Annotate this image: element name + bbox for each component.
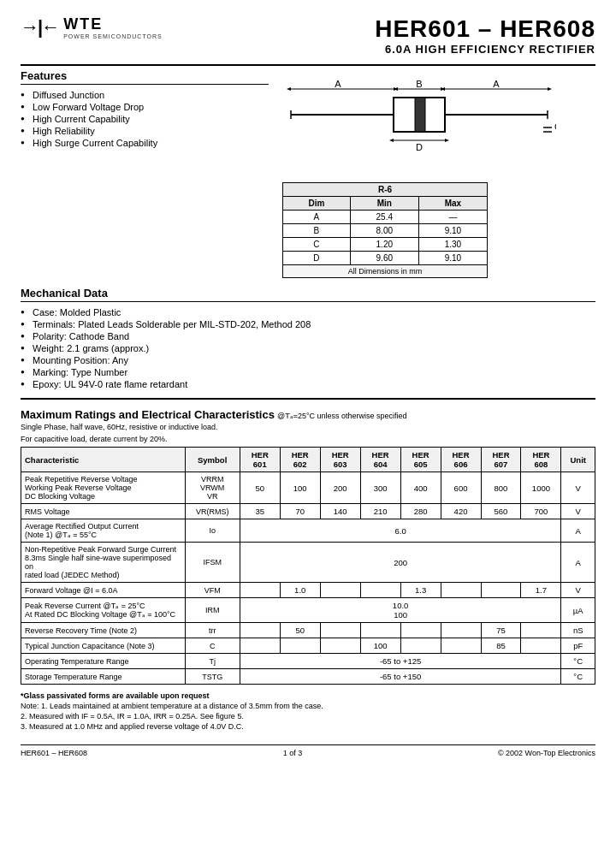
char-row: RMS VoltageVR(RMS)3570140210280420560700… — [21, 504, 595, 519]
value-cell — [320, 623, 360, 638]
features-column: Features Diffused JunctionLow Forward Vo… — [21, 69, 269, 278]
value-cell: 1.0 — [280, 583, 320, 598]
component-diagram: A B A C D — [282, 76, 556, 179]
symbol-cell: Io — [185, 519, 240, 543]
value-cell: 140 — [320, 504, 360, 519]
mech-item: Mounting Position: Any — [21, 355, 595, 365]
mechanical-section: Mechanical Data Case: Molded PlasticTerm… — [21, 287, 595, 389]
symbol-cell: IRM — [185, 598, 240, 623]
char-row: Operating Temperature RangeTj-65 to +125… — [21, 654, 595, 669]
char-row: Typical Junction Capacitance (Note 3)C10… — [21, 638, 595, 654]
header-divider — [21, 64, 595, 66]
char-col-header: HER605 — [400, 448, 441, 472]
value-cell: 700 — [521, 504, 561, 519]
dim-table-package: R-6 — [283, 183, 488, 197]
unit-cell: µA — [561, 598, 595, 623]
value-cell — [240, 583, 280, 598]
mech-item: Epoxy: UL 94V-0 rate flame retardant — [21, 379, 595, 389]
char-row: Peak Repetitive Reverse VoltageWorking P… — [21, 472, 595, 504]
value-cell — [521, 623, 561, 638]
unit-cell: V — [561, 504, 595, 519]
dim-col-max: Max — [418, 197, 487, 211]
value-cell: 70 — [280, 504, 320, 519]
mech-item: Terminals: Plated Leads Solderable per M… — [21, 319, 595, 329]
feature-item: Low Forward Voltage Drop — [21, 102, 269, 112]
svg-text:A: A — [335, 79, 341, 89]
value-cell: 400 — [400, 472, 441, 504]
char-col-header: Unit — [561, 448, 595, 472]
value-cell: 300 — [360, 472, 400, 504]
feature-item: High Reliability — [21, 126, 269, 136]
svg-rect-3 — [415, 98, 425, 132]
page-header: →|← WTE POWER SEMICONDUCTORS HER601 – HE… — [21, 15, 595, 56]
char-row: Non-Repetitive Peak Forward Surge Curren… — [21, 543, 595, 583]
dim-col-dim: Dim — [283, 197, 351, 211]
symbol-cell: trr — [185, 623, 240, 638]
features-mechanical-section: Features Diffused JunctionLow Forward Vo… — [21, 69, 595, 278]
value-cell: 280 — [400, 504, 441, 519]
value-cell-span: -65 to +125 — [240, 654, 561, 669]
char-cell: Reverse Recovery Time (Note 2) — [21, 623, 186, 638]
unit-cell: A — [561, 519, 595, 543]
char-row: Average Rectified Output Current(Note 1)… — [21, 519, 595, 543]
logo-wte-text: WTE — [63, 15, 163, 33]
char-cell: Storage Temperature Range — [21, 669, 186, 685]
footer-center: 1 of 3 — [283, 749, 303, 757]
mechanical-list: Case: Molded PlasticTerminals: Plated Le… — [21, 307, 595, 389]
char-col-header: HER603 — [320, 448, 360, 472]
symbol-cell: C — [185, 638, 240, 654]
value-cell — [441, 583, 481, 598]
value-cell — [441, 638, 481, 654]
symbol-cell: IFSM — [185, 543, 240, 583]
characteristics-table: CharacteristicSymbolHER601HER602HER603HE… — [21, 447, 595, 685]
char-cell: Non-Repetitive Peak Forward Surge Curren… — [21, 543, 186, 583]
section-divider-2 — [21, 398, 595, 400]
value-cell-span: 200 — [240, 543, 561, 583]
char-col-header: HER606 — [441, 448, 481, 472]
value-cell: 560 — [481, 504, 521, 519]
char-cell: RMS Voltage — [21, 504, 186, 519]
product-title-block: HER601 – HER608 6.0A HIGH EFFICIENCY REC… — [375, 15, 595, 56]
dim-table-note: All Dimensions in mm — [283, 265, 488, 278]
ratings-note1: Single Phase, half wave, 60Hz, resistive… — [21, 423, 595, 431]
svg-text:D: D — [416, 142, 423, 152]
char-cell: Operating Temperature Range — [21, 654, 186, 669]
logo-text-block: WTE POWER SEMICONDUCTORS — [63, 15, 163, 39]
value-cell — [441, 623, 481, 638]
char-col-header: HER604 — [360, 448, 400, 472]
value-cell — [280, 638, 320, 654]
char-row: Storage Temperature RangeTSTG-65 to +150… — [21, 669, 595, 685]
value-cell: 1.3 — [400, 583, 441, 598]
mechanical-header: Mechanical Data — [21, 287, 595, 302]
value-cell — [400, 638, 441, 654]
symbol-cell: VRRMVRWMVR — [185, 472, 240, 504]
feature-item: Diffused Junction — [21, 90, 269, 100]
symbol-cell: TSTG — [185, 669, 240, 685]
product-main-title: HER601 – HER608 — [375, 15, 595, 43]
unit-cell: V — [561, 472, 595, 504]
char-cell: Peak Repetitive Reverse VoltageWorking P… — [21, 472, 186, 504]
features-header: Features — [21, 69, 269, 85]
product-sub-title: 6.0A HIGH EFFICIENCY RECTIFIER — [375, 43, 595, 56]
diagram-svg: A B A C D — [282, 76, 556, 179]
symbol-cell: VFM — [185, 583, 240, 598]
char-cell: Peak Reverse Current @Tₐ = 25°CAt Rated … — [21, 598, 186, 623]
ratings-note-inline: @Tₐ=25°C unless otherwise specified — [277, 412, 407, 420]
unit-cell: °C — [561, 654, 595, 669]
dim-row: B8.009.10 — [283, 224, 488, 238]
char-row: Peak Reverse Current @Tₐ = 25°CAt Rated … — [21, 598, 595, 623]
char-cell: Average Rectified Output Current(Note 1)… — [21, 519, 186, 543]
footer-left: HER601 – HER608 — [21, 749, 87, 757]
value-cell: 50 — [240, 472, 280, 504]
value-cell: 200 — [320, 472, 360, 504]
value-cell — [481, 583, 521, 598]
symbol-cell: Tj — [185, 654, 240, 669]
dim-row: D9.609.10 — [283, 252, 488, 265]
value-cell: 800 — [481, 472, 521, 504]
value-cell: 50 — [280, 623, 320, 638]
char-col-header: HER607 — [481, 448, 521, 472]
mech-item: Polarity: Cathode Band — [21, 331, 595, 341]
company-logo: →|← WTE POWER SEMICONDUCTORS — [21, 15, 163, 39]
footer-right: © 2002 Won-Top Electronics — [498, 749, 595, 757]
char-cell: Typical Junction Capacitance (Note 3) — [21, 638, 186, 654]
